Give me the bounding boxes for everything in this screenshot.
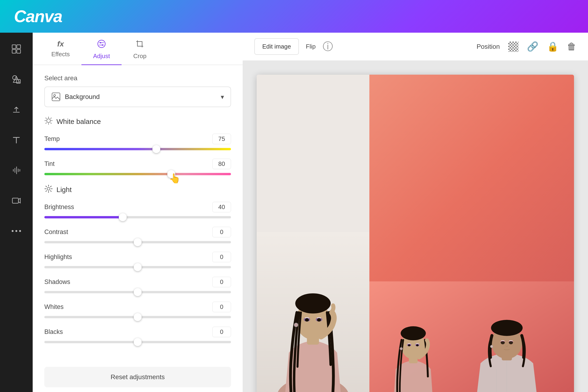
temp-slider-thumb[interactable] <box>152 145 160 153</box>
blacks-header: Blacks 0 <box>44 327 231 337</box>
highlights-header: Highlights 0 <box>44 252 231 262</box>
svg-line-24 <box>51 118 51 118</box>
canva-logo: Canva <box>14 7 62 26</box>
select-area-dropdown[interactable]: Background ▾ <box>44 86 231 107</box>
svg-line-23 <box>51 123 51 124</box>
checkerboard-icon[interactable] <box>508 42 518 52</box>
svg-line-34 <box>46 191 47 192</box>
brightness-label: Brightness <box>44 204 74 211</box>
svg-rect-1 <box>17 45 20 48</box>
tab-crop-label: Crop <box>133 52 146 60</box>
brightness-track[interactable] <box>44 216 231 218</box>
blacks-track[interactable] <box>44 341 231 343</box>
sidebar-item-more[interactable] <box>7 222 26 240</box>
svg-point-8 <box>16 230 17 232</box>
tint-label: Tint <box>44 160 54 168</box>
svg-rect-3 <box>17 50 20 53</box>
white-balance-section: White balance Temp 75 Tint 8 <box>44 116 231 175</box>
svg-point-59 <box>490 345 493 348</box>
image-left <box>257 75 369 392</box>
canvas-area <box>243 61 588 392</box>
sidebar-item-uploads[interactable] <box>7 100 26 119</box>
svg-line-25 <box>46 123 46 124</box>
tint-slider-header: Tint 80 <box>44 159 231 169</box>
contrast-label: Contrast <box>44 228 68 236</box>
contrast-track[interactable] <box>44 241 231 243</box>
effects-tab-icon: fx <box>57 40 64 48</box>
brightness-header: Brightness 40 <box>44 202 231 212</box>
reset-adjustments-button[interactable]: Reset adjustments <box>44 367 231 387</box>
light-header: Light <box>44 184 231 195</box>
shadows-value[interactable]: 0 <box>212 277 231 287</box>
lock-icon[interactable]: 🔒 <box>547 41 558 52</box>
brightness-value[interactable]: 40 <box>212 202 231 212</box>
light-section: Light Brightness 40 Contrast <box>44 184 231 343</box>
temp-slider-row: Temp 75 <box>44 134 231 150</box>
side-panel: fx Effects Adjust <box>33 33 243 392</box>
sidebar-item-audio[interactable] <box>7 161 26 180</box>
whites-track[interactable] <box>44 316 231 318</box>
whites-label: Whites <box>44 303 64 310</box>
svg-rect-2 <box>12 50 16 53</box>
svg-point-48 <box>401 326 426 340</box>
svg-point-56 <box>491 320 522 336</box>
tint-slider-track[interactable] <box>44 173 231 175</box>
contrast-header: Contrast 0 <box>44 227 231 237</box>
tab-adjust[interactable]: Adjust <box>82 33 122 65</box>
image-right <box>369 75 574 392</box>
flip-button[interactable]: Flip <box>306 43 316 50</box>
highlights-thumb[interactable] <box>134 263 142 271</box>
shadows-thumb[interactable] <box>134 288 142 296</box>
white-balance-title: White balance <box>56 118 101 126</box>
sidebar-item-text[interactable] <box>7 131 26 149</box>
sidebar-item-elements[interactable] <box>7 70 26 89</box>
tint-value[interactable]: 80 <box>212 159 231 169</box>
temp-slider-header: Temp 75 <box>44 134 231 144</box>
figure-right-svg <box>369 75 574 392</box>
tab-bar: fx Effects Adjust <box>33 33 243 65</box>
highlights-value[interactable]: 0 <box>212 252 231 262</box>
info-icon[interactable]: ⓘ <box>323 40 333 54</box>
tab-effects[interactable]: fx Effects <box>40 33 82 65</box>
blacks-thumb[interactable] <box>134 338 142 346</box>
edit-image-button[interactable]: Edit image <box>254 38 299 55</box>
whites-thumb[interactable] <box>134 313 142 321</box>
svg-point-51 <box>408 344 410 346</box>
link-icon[interactable]: 🔗 <box>527 41 538 52</box>
tab-effects-label: Effects <box>51 51 70 58</box>
svg-line-22 <box>46 118 46 118</box>
highlights-track[interactable] <box>44 266 231 268</box>
white-balance-icon <box>44 116 53 127</box>
svg-point-17 <box>47 119 50 122</box>
delete-icon[interactable]: 🗑 <box>567 41 576 52</box>
contrast-value[interactable]: 0 <box>212 227 231 237</box>
sidebar-item-layout[interactable] <box>7 40 26 58</box>
blacks-slider-row: Blacks 0 <box>44 327 231 343</box>
temp-slider-track[interactable] <box>44 148 231 150</box>
main-content: fx Effects Adjust <box>0 33 588 392</box>
contrast-thumb[interactable] <box>134 238 142 246</box>
image-frame-icon <box>51 92 61 102</box>
svg-rect-6 <box>12 198 18 203</box>
whites-header: Whites 0 <box>44 302 231 312</box>
svg-point-14 <box>102 44 103 46</box>
tint-slider-row: Tint 80 👆 <box>44 159 231 175</box>
position-button[interactable]: Position <box>476 43 500 50</box>
sidebar-item-video[interactable] <box>7 191 26 210</box>
tint-slider-thumb[interactable] <box>167 170 175 178</box>
figure-left-svg <box>257 75 369 392</box>
svg-point-9 <box>19 230 21 232</box>
select-area-section: Select area Background ▾ <box>44 74 231 107</box>
svg-rect-0 <box>12 45 16 48</box>
temp-value[interactable]: 75 <box>212 134 231 144</box>
svg-line-33 <box>50 186 51 187</box>
svg-point-39 <box>295 293 331 313</box>
svg-point-53 <box>400 348 402 350</box>
svg-point-42 <box>305 318 309 322</box>
tab-crop[interactable]: Crop <box>122 33 158 65</box>
brightness-thumb[interactable] <box>119 213 127 221</box>
light-title: Light <box>56 186 72 194</box>
shadows-track[interactable] <box>44 291 231 293</box>
whites-value[interactable]: 0 <box>212 302 231 312</box>
blacks-value[interactable]: 0 <box>212 327 231 337</box>
